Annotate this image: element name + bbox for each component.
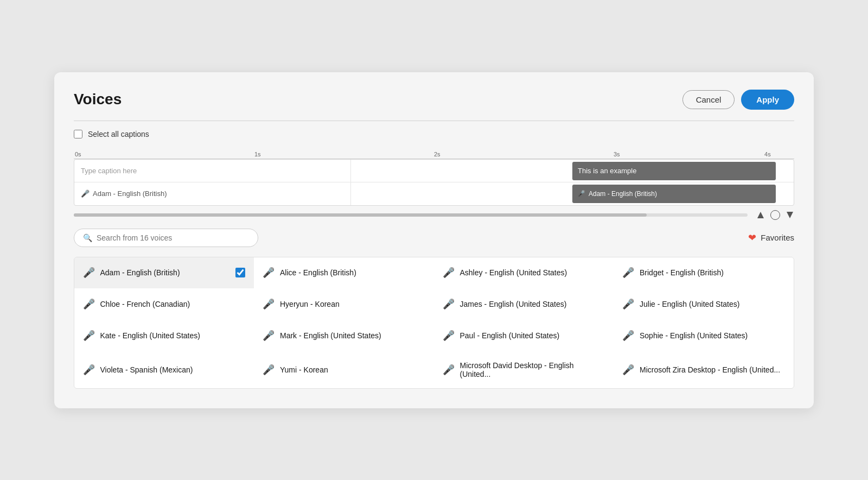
timeline-area: 0s 1s 2s 3s 4s Type caption here This is… — [74, 144, 794, 206]
voice-label-15: Microsoft David Desktop - English (Unite… — [460, 361, 605, 378]
voice-item-3[interactable]: 🎤 Ashley - English (United States) — [434, 257, 615, 289]
mic-icon-9: 🎤 — [83, 330, 95, 342]
voice-item-5[interactable]: 🎤 Chloe - French (Canadian) — [74, 288, 255, 320]
timeline-ruler: 0s 1s 2s 3s 4s — [74, 144, 794, 159]
select-all-checkbox[interactable] — [74, 130, 82, 138]
voice-label-16: Microsoft Zira Desktop - English (United… — [640, 365, 786, 374]
mic-icon-7: 🎤 — [443, 298, 455, 310]
mic-icon-15: 🎤 — [443, 364, 455, 376]
header-divider — [74, 121, 794, 121]
search-icon: 🔍 — [83, 233, 92, 242]
voices-row-4: 🎤 Violeta - Spanish (Mexican) 🎤 Yumi - K… — [74, 352, 794, 388]
voice-item-4[interactable]: 🎤 Bridget - English (British) — [614, 257, 794, 289]
voices-modal: Voices Cancel Apply Select all captions … — [54, 72, 814, 408]
zoom-in-button[interactable] — [786, 211, 794, 219]
mic-icon-inactive: 🎤 — [81, 190, 90, 198]
voice-label-3: Ashley - English (United States) — [460, 268, 605, 277]
voice-label-8: Julie - English (United States) — [640, 300, 786, 308]
voice-track: 🎤 Adam - English (British) 🎤 Adam - Engl… — [74, 182, 794, 205]
voice-label-1: Adam - English (British) — [100, 268, 231, 277]
voice-content-area[interactable]: 🎤 Adam - English (British) — [351, 182, 794, 205]
search-favorites-row: 🔍 ❤ Favorites — [74, 229, 794, 247]
voice-label-5: Chloe - French (Canadian) — [100, 300, 246, 308]
voice-item-12[interactable]: 🎤 Sophie - English (United States) — [614, 320, 794, 352]
apply-button[interactable]: Apply — [741, 90, 794, 110]
mic-icon-14: 🎤 — [263, 364, 275, 376]
scrollbar-area — [74, 210, 794, 220]
mic-icon-2: 🎤 — [263, 267, 275, 279]
voice-track-label: 🎤 Adam - English (British) — [74, 182, 351, 205]
zoom-controls — [756, 210, 794, 220]
modal-title: Voices — [74, 91, 122, 108]
voice-item-15[interactable]: 🎤 Microsoft David Desktop - English (Uni… — [434, 351, 615, 388]
header-buttons: Cancel Apply — [682, 90, 794, 110]
search-box[interactable]: 🔍 — [74, 229, 258, 247]
zoom-circle — [770, 210, 780, 220]
svg-marker-0 — [757, 212, 764, 218]
search-input[interactable] — [97, 233, 249, 242]
cancel-button[interactable]: Cancel — [682, 90, 735, 109]
caption-track: Type caption here This is an example — [74, 160, 794, 182]
favorites-button[interactable]: ❤ Favorites — [748, 232, 794, 244]
voice-item-7[interactable]: 🎤 James - English (United States) — [434, 288, 615, 320]
voice-block[interactable]: 🎤 Adam - English (British) — [572, 185, 776, 203]
voice-label-11: Paul - English (United States) — [460, 331, 605, 340]
mic-icon-8: 🎤 — [622, 298, 634, 310]
voices-grid: 🎤 Adam - English (British) 🎤 Alice - Eng… — [74, 257, 794, 389]
voice-item-6[interactable]: 🎤 Hyeryun - Korean — [254, 288, 435, 320]
select-all-row: Select all captions — [74, 130, 794, 138]
voice-item-2[interactable]: 🎤 Alice - English (British) — [254, 257, 435, 289]
ruler-label-0s: 0s — [75, 151, 81, 157]
svg-marker-1 — [787, 212, 793, 218]
ruler-inner: 0s 1s 2s 3s 4s — [75, 143, 793, 159]
caption-placeholder-label: Type caption here — [74, 160, 351, 182]
mic-icon-6: 🎤 — [263, 298, 275, 310]
mic-icon-10: 🎤 — [263, 330, 275, 342]
zoom-in-icon — [786, 211, 794, 219]
voice-label-7: James - English (United States) — [460, 300, 605, 308]
mic-icon-4: 🎤 — [622, 267, 634, 279]
voice-item-11[interactable]: 🎤 Paul - English (United States) — [434, 320, 615, 352]
mic-icon-1: 🎤 — [83, 267, 95, 279]
ruler-label-1s: 1s — [254, 151, 261, 157]
scrollbar-thumb — [74, 213, 647, 217]
select-all-label: Select all captions — [88, 130, 149, 138]
voices-row-2: 🎤 Chloe - French (Canadian) 🎤 Hyeryun - … — [74, 289, 794, 320]
mic-icon-5: 🎤 — [83, 298, 95, 310]
caption-block[interactable]: This is an example — [572, 162, 776, 180]
voice-item-9[interactable]: 🎤 Kate - English (United States) — [74, 320, 255, 352]
mic-icon-12: 🎤 — [622, 330, 634, 342]
ruler-label-3s: 3s — [614, 151, 620, 157]
voice-item-1[interactable]: 🎤 Adam - English (British) — [74, 257, 255, 289]
timeline-tracks: Type caption here This is an example 🎤 A… — [74, 159, 794, 206]
voice-label-10: Mark - English (United States) — [280, 331, 425, 340]
voice-label-6: Hyeryun - Korean — [280, 300, 425, 308]
voice-label-9: Kate - English (United States) — [100, 331, 246, 340]
ruler-label-4s: 4s — [764, 151, 771, 157]
mic-icon-3: 🎤 — [443, 267, 455, 279]
heart-icon: ❤ — [748, 232, 756, 244]
voice-item-8[interactable]: 🎤 Julie - English (United States) — [614, 288, 794, 320]
zoom-out-icon — [756, 211, 765, 219]
voice-item-14[interactable]: 🎤 Yumi - Korean — [254, 351, 435, 388]
mic-icon-13: 🎤 — [83, 364, 95, 376]
scrollbar-track[interactable] — [74, 213, 748, 217]
voices-row-1: 🎤 Adam - English (British) 🎤 Alice - Eng… — [74, 257, 794, 289]
voice-item-13[interactable]: 🎤 Violeta - Spanish (Mexican) — [74, 351, 255, 388]
modal-header: Voices Cancel Apply — [74, 90, 794, 110]
voice-label-4: Bridget - English (British) — [640, 268, 786, 277]
mic-icon-11: 🎤 — [443, 330, 455, 342]
voice-checkbox-1[interactable] — [235, 268, 245, 277]
voice-label-12: Sophie - English (United States) — [640, 331, 786, 340]
zoom-out-button[interactable] — [756, 211, 765, 219]
mic-icon-active: 🎤 — [578, 190, 585, 197]
voices-row-3: 🎤 Kate - English (United States) 🎤 Mark … — [74, 320, 794, 352]
voice-label-2: Alice - English (British) — [280, 268, 425, 277]
mic-icon-16: 🎤 — [622, 364, 634, 376]
voice-item-10[interactable]: 🎤 Mark - English (United States) — [254, 320, 435, 352]
voice-item-16[interactable]: 🎤 Microsoft Zira Desktop - English (Unit… — [614, 351, 794, 388]
voice-label-14: Yumi - Korean — [280, 365, 425, 374]
ruler-label-2s: 2s — [434, 151, 441, 157]
caption-content-area[interactable]: This is an example — [351, 160, 794, 182]
voice-label-13: Violeta - Spanish (Mexican) — [100, 365, 246, 374]
